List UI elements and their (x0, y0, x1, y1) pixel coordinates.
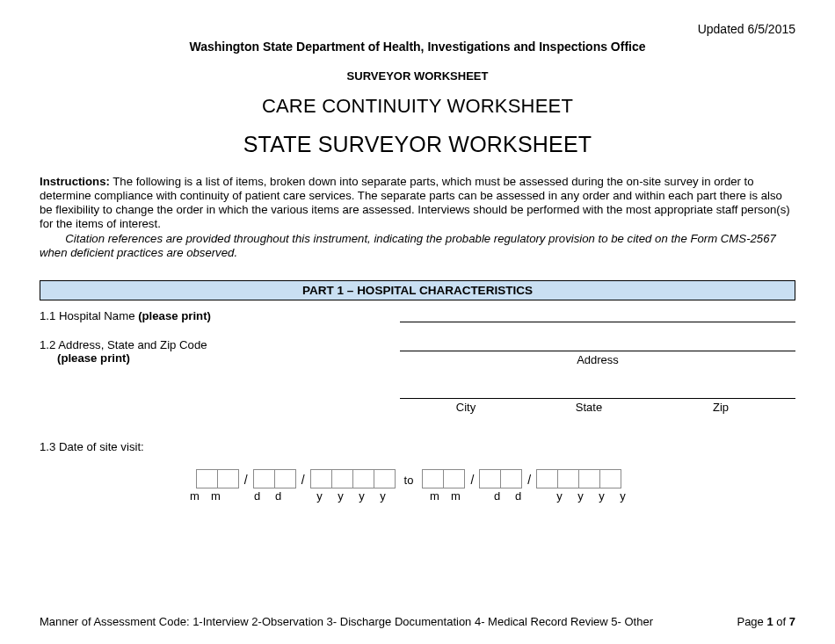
date-separator: / (244, 473, 248, 488)
field-1-3-label: 1.3 Date of site visit: (40, 440, 795, 453)
date-entry-row: / / to / / (22, 469, 795, 488)
date-cell[interactable] (557, 469, 579, 488)
date-y-label: y (570, 489, 592, 503)
date-separator: / (301, 473, 305, 488)
date-separator: / (527, 473, 531, 488)
date-m-label: m (184, 489, 206, 503)
instructions-label: Instructions: (40, 175, 110, 188)
surveyor-worksheet-label: SURVEYOR WORKSHEET (40, 69, 795, 83)
date-label-row: m m d d y y y y m m d d y y y y (22, 489, 795, 503)
date-cell[interactable] (500, 469, 522, 488)
date-y-label: y (372, 489, 394, 503)
date-cell[interactable] (374, 469, 396, 488)
date-d-label: d (267, 489, 289, 503)
updated-date: Updated 6/5/2015 (40, 22, 795, 36)
document-page: Updated 6/5/2015 Washington State Depart… (0, 0, 835, 644)
date-cell[interactable] (310, 469, 332, 488)
state-input-line[interactable] (532, 386, 646, 399)
citation-indent (40, 232, 65, 245)
zip-label: Zip (646, 401, 795, 414)
state-label: State (532, 401, 646, 414)
date-cell[interactable] (479, 469, 501, 488)
date-y-label: y (309, 489, 330, 503)
field-1-2-print: (please print) (57, 351, 130, 365)
hospital-name-input-line[interactable] (400, 309, 795, 322)
date-cell[interactable] (422, 469, 444, 488)
city-input-line[interactable] (400, 386, 532, 399)
page-total: 7 (789, 615, 795, 628)
page-number: Page 1 of 7 (737, 615, 795, 628)
date-cell[interactable] (443, 469, 465, 488)
start-dd-group (253, 469, 296, 488)
field-1-1-row: 1.1 Hospital Name (please print) (40, 309, 795, 322)
field-1-1-number: 1.1 Hospital Name (40, 309, 138, 322)
date-d-label: d (507, 489, 529, 503)
date-y-label: y (548, 489, 570, 503)
end-dd-group (479, 469, 522, 488)
field-1-1-print: (please print) (138, 309, 211, 322)
date-to-label: to (401, 474, 418, 488)
city-state-zip-labels: City State Zip (400, 401, 795, 414)
date-cell[interactable] (599, 469, 621, 488)
part-1-header: PART 1 – HOSPITAL CHARACTERISTICS (40, 280, 795, 300)
start-yyyy-group (310, 469, 396, 488)
date-y-label: y (612, 489, 634, 503)
date-m-label: m (445, 489, 467, 503)
field-1-2-label: 1.2 Address, State and Zip Code (please … (40, 338, 400, 365)
page-footer: Manner of Assessment Code: 1-Interview 2… (40, 615, 795, 628)
page-current: 1 (766, 615, 773, 628)
assessment-code-legend: Manner of Assessment Code: 1-Interview 2… (40, 615, 653, 628)
city-state-zip-row (400, 386, 795, 399)
date-cell[interactable] (253, 469, 275, 488)
address-input-line[interactable] (400, 338, 795, 351)
zip-input-line[interactable] (646, 386, 795, 399)
date-separator: / (470, 473, 474, 488)
field-1-2-number: 1.2 Address, State and Zip Code (40, 338, 400, 351)
address-block: Address City State Zip (400, 338, 795, 414)
address-label: Address (400, 353, 795, 366)
date-cell[interactable] (352, 469, 374, 488)
date-cell[interactable] (331, 469, 353, 488)
end-mm-group (422, 469, 465, 488)
page-prefix: Page (737, 615, 766, 628)
instructions-paragraph: Instructions: The following is a list of… (40, 175, 795, 231)
date-d-label: d (246, 489, 268, 503)
date-y-label: y (330, 489, 352, 503)
date-cell[interactable] (217, 469, 239, 488)
page-of: of (773, 615, 789, 628)
date-cell[interactable] (578, 469, 600, 488)
date-y-label: y (351, 489, 373, 503)
care-continuity-title: CARE CONTINUITY WORKSHEET (40, 95, 795, 118)
city-label: City (400, 401, 532, 414)
instructions-body: The following is a list of items, broken… (40, 175, 790, 230)
field-1-1-label: 1.1 Hospital Name (please print) (40, 309, 400, 322)
citation-text: Citation references are provided through… (40, 232, 776, 259)
date-cell[interactable] (196, 469, 218, 488)
field-1-2-row: 1.2 Address, State and Zip Code (please … (40, 338, 795, 414)
state-surveyor-title: STATE SURVEYOR WORKSHEET (40, 132, 795, 157)
date-d-label: d (486, 489, 508, 503)
date-m-label: m (424, 489, 446, 503)
date-cell[interactable] (274, 469, 296, 488)
date-m-label: m (205, 489, 227, 503)
end-yyyy-group (536, 469, 621, 488)
start-mm-group (196, 469, 239, 488)
date-cell[interactable] (536, 469, 558, 488)
department-header: Washington State Department of Health, I… (40, 40, 795, 54)
citation-paragraph: Citation references are provided through… (40, 232, 795, 260)
date-y-label: y (591, 489, 613, 503)
